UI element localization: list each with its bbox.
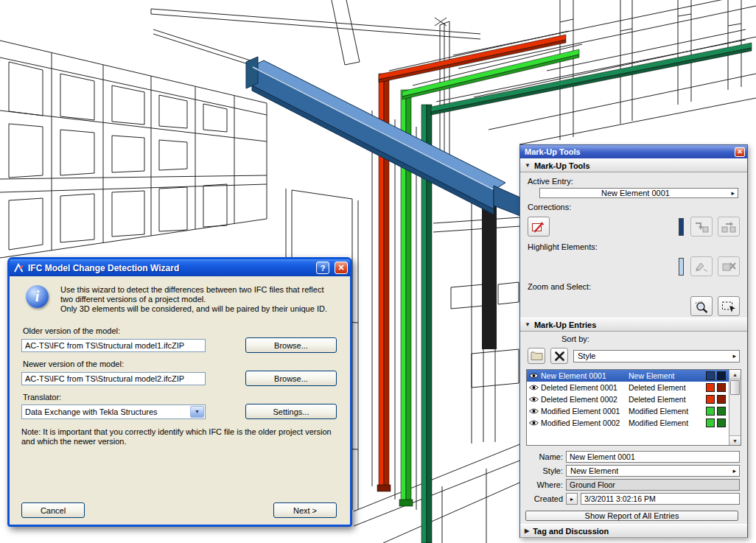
- wizard-intro: i Use this wizard to detect the differen…: [26, 285, 337, 314]
- entry-name: Modified Element 0001: [541, 407, 626, 416]
- highlighter-icon: [693, 260, 710, 273]
- visibility-eye-icon[interactable]: [528, 407, 539, 415]
- collapse-triangle-icon: ▼: [525, 162, 531, 169]
- expand-triangle-icon: ▶: [525, 528, 529, 534]
- where-row: Where: Ground Floor: [520, 479, 740, 491]
- wizard-note: Note: It is important that you correctly…: [21, 427, 344, 446]
- entry-color-swatch: [717, 418, 726, 427]
- entry-color-swatch: [717, 395, 726, 404]
- add-highlight-button[interactable]: [690, 256, 713, 276]
- browse-newer-button[interactable]: Browse...: [245, 371, 337, 386]
- select-elements-button[interactable]: [718, 296, 740, 316]
- sort-by-label: Sort by:: [561, 334, 747, 343]
- entry-name: Deleted Element 0002: [541, 395, 626, 404]
- entry-style-value: New Element: [570, 466, 618, 475]
- correction-pencil-icon: [531, 220, 547, 234]
- delete-entry-button[interactable]: [550, 348, 568, 364]
- translator-select[interactable]: Data Exchange with Tekla Structures ▼: [21, 404, 206, 419]
- entry-name: Modified Element 0002: [541, 418, 626, 427]
- active-entry-select[interactable]: New Element 0001 ▸: [539, 188, 738, 198]
- next-button[interactable]: Next >: [273, 502, 337, 518]
- entry-row[interactable]: Modified Element 0001 Modified Element: [527, 405, 729, 417]
- popup-arrow-icon: ▸: [731, 190, 735, 197]
- newer-version-row: AC-TS\IFC from TS\Structural model2.ifcZ…: [21, 371, 337, 386]
- info-icon: i: [26, 285, 49, 308]
- newer-model-path-field[interactable]: AC-TS\IFC from TS\Structural model2.ifcZ…: [21, 372, 206, 385]
- translator-value: Data Exchange with Tekla Structures: [25, 407, 171, 416]
- entry-style: Deleted Element: [629, 395, 704, 404]
- new-folder-button[interactable]: [528, 348, 545, 364]
- section-markup-tools-title: Mark-Up Tools: [534, 161, 590, 170]
- entry-color-swatch: [706, 407, 715, 416]
- entry-style: Modified Element: [629, 418, 704, 427]
- created-expand-button[interactable]: ▸: [566, 493, 578, 505]
- name-label: Name:: [520, 452, 563, 461]
- sort-by-select[interactable]: Style ▸: [573, 350, 740, 362]
- list-scrollbar[interactable]: ▲ ▼: [729, 370, 741, 445]
- scroll-down-icon[interactable]: ▼: [729, 435, 741, 445]
- dark-column: [482, 190, 497, 349]
- correction-color-bar: [679, 218, 684, 236]
- entry-row[interactable]: Modified Element 0002 Modified Element: [527, 417, 729, 429]
- dropdown-arrow-icon[interactable]: ▼: [190, 406, 204, 418]
- palette-titlebar[interactable]: Mark-Up Tools ✕: [520, 145, 747, 158]
- popup-arrow-icon: ▸: [732, 468, 736, 474]
- folder-icon: [531, 351, 543, 361]
- older-model-path-field[interactable]: AC-TS\IFC from TS\Structural model1.ifcZ…: [21, 339, 206, 352]
- zoom-to-elements-button[interactable]: [690, 296, 713, 316]
- where-label: Where:: [520, 480, 563, 489]
- remove-correction-button[interactable]: [718, 217, 740, 237]
- entry-where-field: Ground Floor: [566, 479, 740, 491]
- active-entry-label: Active Entry:: [528, 177, 747, 186]
- settings-button[interactable]: Settings...: [245, 404, 337, 419]
- close-button[interactable]: ✕: [335, 262, 348, 274]
- wizard-app-icon: [13, 263, 24, 273]
- move-between-elements-icon: [721, 220, 737, 234]
- visibility-eye-icon[interactable]: [528, 396, 539, 403]
- section-markup-entries[interactable]: ▼ Mark-Up Entries: [520, 318, 747, 332]
- section-markup-tools[interactable]: ▼ Mark-Up Tools: [520, 158, 747, 172]
- entry-name: New Element 0001: [541, 371, 626, 380]
- entry-style: Deleted Element: [629, 383, 704, 392]
- browse-older-button[interactable]: Browse...: [245, 337, 337, 353]
- older-version-row: AC-TS\IFC from TS\Structural model1.ifcZ…: [21, 337, 337, 353]
- entry-row[interactable]: Deleted Element 0001 Deleted Element: [527, 382, 729, 393]
- entry-color-swatch: [706, 395, 715, 404]
- style-label: Style:: [520, 466, 563, 475]
- scroll-up-icon[interactable]: ▲: [729, 370, 741, 379]
- style-row: Style: New Element ▸: [520, 465, 740, 477]
- add-correction-button[interactable]: [690, 217, 713, 237]
- correction-tool-button[interactable]: [528, 217, 550, 237]
- visibility-eye-icon[interactable]: [528, 372, 539, 379]
- entry-row[interactable]: New Element 0001 New Element: [527, 370, 729, 382]
- remove-highlight-button[interactable]: [718, 256, 740, 276]
- markup-tools-palette: Mark-Up Tools ✕ ▼ Mark-Up Tools Active E…: [519, 144, 748, 538]
- scroll-thumb[interactable]: [730, 380, 740, 395]
- translator-row: Data Exchange with Tekla Structures ▼ Se…: [21, 404, 337, 419]
- entry-color-swatch: [706, 371, 715, 380]
- entry-name-field[interactable]: New Element 0001: [566, 451, 740, 463]
- newer-version-label: Newer version of the model:: [23, 360, 337, 368]
- sort-by-value: Style: [578, 351, 595, 360]
- marquee-select-icon: [721, 299, 737, 314]
- visibility-eye-icon[interactable]: [528, 384, 539, 391]
- entries-toolbar: Style ▸: [528, 348, 740, 364]
- palette-close-button[interactable]: ✕: [735, 147, 745, 157]
- entry-row[interactable]: Deleted Element 0002 Deleted Element: [527, 393, 729, 405]
- show-report-button[interactable]: Show Report of All Entries: [525, 511, 738, 521]
- entry-color-swatch: [717, 371, 726, 380]
- collapse-triangle-icon: ▼: [525, 321, 531, 328]
- wizard-body: i Use this wizard to detect the differen…: [10, 276, 350, 525]
- app-window: IFC Model Change Detection Wizard ? ✕ i …: [0, 0, 756, 543]
- corrections-label: Corrections:: [528, 203, 747, 211]
- entry-color-swatch: [706, 383, 715, 392]
- cancel-button[interactable]: Cancel: [21, 502, 85, 518]
- entry-color-swatch: [706, 418, 715, 427]
- help-button[interactable]: ?: [316, 262, 329, 274]
- entry-style-select[interactable]: New Element ▸: [566, 465, 740, 477]
- wizard-titlebar[interactable]: IFC Model Change Detection Wizard ? ✕: [10, 259, 350, 276]
- wizard-footer: Cancel Next >: [21, 502, 337, 518]
- created-row: Created ▸ 3/3/2011 3:02:16 PM: [520, 493, 740, 505]
- visibility-eye-icon[interactable]: [528, 419, 539, 427]
- section-tag-discussion[interactable]: ▶ Tag and Discussion: [520, 524, 747, 538]
